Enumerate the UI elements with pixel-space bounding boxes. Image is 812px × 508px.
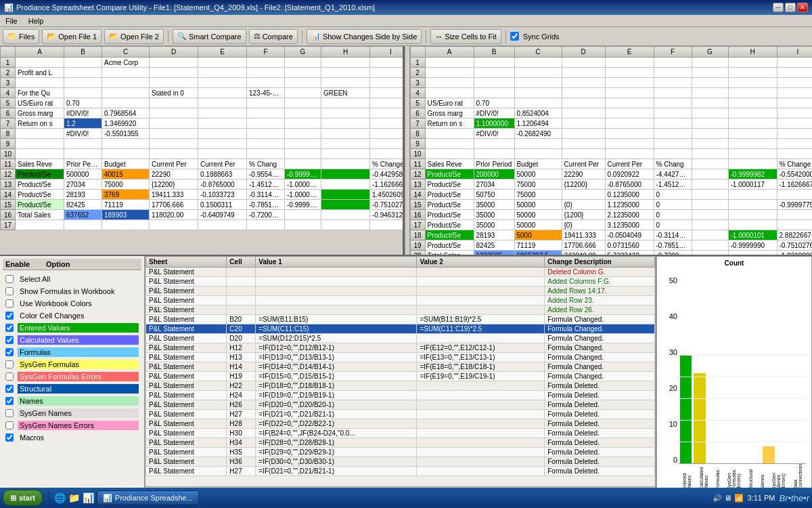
right-sheet-row[interactable]: 10 [410, 149, 812, 159]
table-cell[interactable] [514, 88, 562, 98]
right-col-f[interactable]: F [654, 47, 692, 58]
table-cell[interactable]: 0.1888663 [198, 169, 247, 179]
table-cell[interactable]: 0 [654, 220, 692, 230]
left-sheet-row[interactable]: 16Total Sales637652189903118020.00-0.640… [1, 210, 403, 220]
table-cell[interactable] [16, 129, 64, 139]
left-sheet-row[interactable]: 13Product/Se2703475000{12200}-0.8765000-… [1, 179, 403, 190]
table-cell[interactable]: 1.3469920 [102, 119, 150, 129]
table-cell[interactable] [692, 200, 728, 210]
table-cell[interactable] [425, 88, 474, 98]
table-cell[interactable] [728, 220, 777, 230]
table-cell[interactable] [777, 78, 812, 88]
table-cell[interactable]: -1.1626667 [777, 179, 812, 190]
table-cell[interactable]: Stated in 0 [150, 88, 198, 98]
open-file2-button[interactable]: 📂 Open File 2 [104, 29, 164, 44]
table-cell[interactable]: Total Sales [16, 210, 64, 220]
table-cell[interactable] [654, 129, 692, 139]
table-cell[interactable] [605, 88, 654, 98]
table-cell[interactable]: 0 [654, 200, 692, 210]
change-row[interactable]: P&L StatementAdded Columns F:G. [146, 277, 655, 287]
left-col-c[interactable]: C [102, 47, 150, 58]
table-cell[interactable] [321, 139, 370, 149]
table-cell[interactable] [692, 129, 728, 139]
table-cell[interactable]: 0.70 [64, 98, 102, 108]
table-cell[interactable] [777, 210, 812, 220]
table-cell[interactable]: 0 [654, 190, 692, 200]
table-cell[interactable] [514, 139, 562, 149]
table-cell[interactable]: Gross marg [425, 108, 474, 119]
table-cell[interactable]: Budget [102, 159, 150, 169]
left-col-a[interactable]: A [16, 47, 64, 58]
table-cell[interactable] [654, 119, 692, 129]
table-cell[interactable] [728, 210, 777, 220]
table-cell[interactable]: -0.9463120 [370, 210, 403, 220]
right-sheet-row[interactable]: 17Product/Se3500050000{0}3.12350000 [410, 220, 812, 230]
table-cell[interactable] [370, 58, 403, 68]
table-cell[interactable] [285, 149, 321, 159]
table-cell[interactable]: 118020.00 [150, 210, 198, 220]
table-cell[interactable] [16, 139, 64, 149]
table-cell[interactable]: 0.0731560 [605, 240, 654, 251]
table-cell[interactable]: 2.1235000 [605, 210, 654, 220]
table-cell[interactable]: Budget [514, 159, 562, 169]
table-cell[interactable] [777, 220, 812, 230]
sync-grids-checkbox[interactable] [510, 32, 519, 41]
col-val1[interactable]: Value 1 [256, 257, 417, 268]
table-cell[interactable] [150, 119, 198, 129]
table-cell[interactable] [562, 88, 605, 98]
change-row[interactable]: P&L StatementH30=IF(B24=0,"",JF(B24-D24,… [146, 429, 655, 438]
option-checkbox[interactable] [5, 299, 14, 308]
table-cell[interactable] [198, 98, 247, 108]
table-cell[interactable] [562, 78, 605, 88]
table-cell[interactable]: 1.4502609 [370, 190, 403, 200]
table-cell[interactable] [654, 108, 692, 119]
table-cell[interactable] [562, 98, 605, 108]
table-cell[interactable] [370, 108, 403, 119]
change-row[interactable]: P&L StatementH14=IF(D14=0,"",D14/B14-1)=… [146, 362, 655, 372]
change-row[interactable]: P&L StatementH27=IF(D21=0,"",D21/B21-1)F… [146, 410, 655, 419]
table-cell[interactable] [728, 108, 777, 119]
table-cell[interactable]: US/Euro rat [425, 98, 474, 108]
table-cell[interactable] [777, 68, 812, 78]
table-cell[interactable]: Product/Se [16, 190, 64, 200]
table-cell[interactable] [777, 98, 812, 108]
change-row[interactable]: P&L StatementH24=IF(D19=0,"",D19/B19-1)F… [146, 391, 655, 400]
menu-help[interactable]: Help [26, 16, 47, 26]
table-cell[interactable] [692, 139, 728, 149]
table-cell[interactable]: -0.9999990 [728, 240, 777, 251]
table-cell[interactable] [654, 139, 692, 149]
change-row[interactable]: P&L StatementAdded Row 23. [146, 296, 655, 305]
left-col-d[interactable]: D [150, 47, 198, 58]
option-checkbox[interactable] [5, 385, 14, 393]
table-cell[interactable] [321, 58, 370, 68]
table-cell[interactable] [321, 119, 370, 129]
table-cell[interactable]: Return on s [425, 119, 474, 129]
option-checkbox[interactable] [5, 360, 14, 368]
vertical-scrollbar[interactable] [405, 46, 410, 255]
table-cell[interactable]: 123-45-678 [247, 88, 285, 98]
table-cell[interactable] [150, 78, 198, 88]
col-sheet[interactable]: Sheet [146, 257, 227, 268]
table-cell[interactable]: 1.1235000 [605, 200, 654, 210]
change-row[interactable]: P&L StatementB20=SUM(B11:B15)=SUM(B11:B1… [146, 315, 655, 324]
table-cell[interactable]: 3.1235000 [605, 220, 654, 230]
table-cell[interactable] [728, 139, 777, 149]
table-cell[interactable]: -0.9999775 [777, 200, 812, 210]
col-desc[interactable]: Change Description [545, 257, 655, 268]
left-sheet-row[interactable]: 17 [1, 220, 403, 230]
table-cell[interactable]: Acme Corp [102, 58, 150, 68]
close-button[interactable]: ✕ [797, 3, 808, 12]
option-checkbox[interactable] [5, 373, 14, 381]
table-cell[interactable]: 1.2 [64, 119, 102, 129]
table-cell[interactable] [605, 68, 654, 78]
table-cell[interactable] [321, 190, 370, 200]
table-cell[interactable]: -0.1033723 [198, 190, 247, 200]
left-sheet-row[interactable]: 1Acme Corp [1, 58, 403, 68]
table-cell[interactable] [321, 159, 370, 169]
table-cell[interactable] [285, 88, 321, 98]
left-sheet-row[interactable]: 8#DIV/0!-0.5501355 [1, 129, 403, 139]
table-cell[interactable] [692, 108, 728, 119]
table-cell[interactable]: 82425 [64, 200, 102, 210]
table-cell[interactable]: {1200} [562, 210, 605, 220]
table-cell[interactable]: -0.9999982 [728, 169, 777, 179]
